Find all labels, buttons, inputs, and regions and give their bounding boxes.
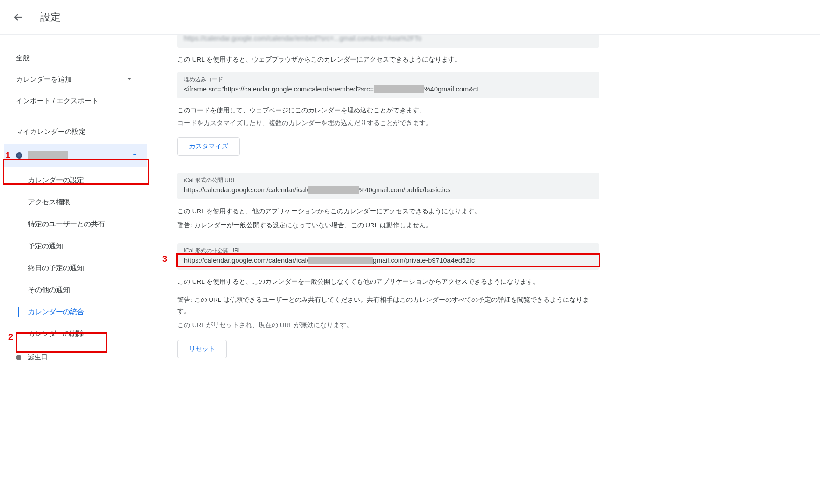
calendar-birthdays-label: 誕生日 <box>28 353 48 362</box>
nav-import-export[interactable]: インポート / エクスポート <box>0 91 149 112</box>
section-my-calendars-label: マイカレンダーの設定 <box>0 112 149 141</box>
calendar-color-dot <box>16 355 21 360</box>
chevron-down-icon <box>125 75 133 84</box>
settings-main: https://calendar.google.com/calendar/emb… <box>149 35 607 377</box>
nav-import-export-label: インポート / エクスポート <box>16 97 98 105</box>
ical-secret-value: https://calendar.google.com/calendar/ica… <box>184 257 593 264</box>
embed-note-1: このコードを使用して、ウェブページにこのカレンダーを埋め込むことができます。 <box>177 105 599 116</box>
subnav-allday-notifications[interactable]: 終日の予定の通知 <box>0 257 149 279</box>
settings-header: 設定 <box>0 0 820 35</box>
subnav-access-permissions[interactable]: アクセス権限 <box>0 191 149 213</box>
subnav-integrate-calendar[interactable]: カレンダーの統合 <box>0 301 149 323</box>
ical-secret-box[interactable]: iCal 形式の非公開 URL https://calendar.google.… <box>177 243 599 270</box>
calendar-row-birthdays[interactable]: 誕生日 <box>0 345 149 366</box>
embed-note-2: コードをカスタマイズしたり、複数のカレンダーを埋め込んだりすることができます。 <box>177 118 599 129</box>
annotation-3: 3 <box>162 254 167 264</box>
settings-sidebar: 全般 カレンダーを追加 インポート / エクスポート マイカレンダーの設定 1 … <box>0 35 149 377</box>
embed-code-label: 埋め込みコード <box>184 76 593 84</box>
ical-secret-note-3: この URL がリセットされ、現在の URL が無効になります。 <box>177 320 599 331</box>
calendar-name-redacted <box>28 151 68 159</box>
ical-secret-label: iCal 形式の非公開 URL <box>184 247 593 255</box>
ical-secret-note-2: 警告: この URL は信頼できるユーザーとのみ共有してください。共有相手はこの… <box>177 294 599 317</box>
redacted-mask <box>374 85 424 93</box>
nav-add-calendar-label: カレンダーを追加 <box>16 75 72 84</box>
ical-public-label: iCal 形式の公開 URL <box>184 176 593 184</box>
nav-add-calendar[interactable]: カレンダーを追加 <box>0 69 149 91</box>
subnav-share-with-users[interactable]: 特定のユーザーとの共有 <box>0 213 149 235</box>
redacted-mask <box>308 257 373 264</box>
ical-public-note-2: 警告: カレンダーが一般公開する設定になっていない場合、この URL は動作しま… <box>177 220 599 231</box>
page-title: 設定 <box>40 10 61 24</box>
reset-button[interactable]: リセット <box>177 340 227 358</box>
redacted-mask <box>308 186 359 194</box>
calendar-row-primary[interactable] <box>4 144 147 167</box>
nav-general-label: 全般 <box>16 54 30 63</box>
ical-public-note-1: この URL を使用すると、他のアプリケーションからこのカレンダーにアクセスでき… <box>177 206 599 217</box>
public-url-note: この URL を使用すると、ウェブブラウザからこのカレンダーにアクセスできるよう… <box>177 54 599 65</box>
ical-public-value: https://calendar.google.com/calendar/ica… <box>184 186 593 194</box>
calendar-subnav: カレンダーの設定 アクセス権限 特定のユーザーとの共有 予定の通知 終日の予定の… <box>0 167 149 345</box>
embed-code-box[interactable]: 埋め込みコード <iframe src="https://calendar.go… <box>177 72 599 98</box>
nav-general[interactable]: 全般 <box>0 48 149 69</box>
customize-button[interactable]: カスタマイズ <box>177 137 240 156</box>
subnav-delete-calendar[interactable]: カレンダーの削除 <box>0 323 149 345</box>
embed-code-value: <iframe src="https://calendar.google.com… <box>184 85 593 93</box>
calendar-color-dot <box>16 152 22 159</box>
public-url-box[interactable]: https://calendar.google.com/calendar/emb… <box>177 35 599 48</box>
ical-secret-note-1: この URL を使用すると、このカレンダーを一般公開しなくても他のアプリケーショ… <box>177 276 599 287</box>
ical-public-box[interactable]: iCal 形式の公開 URL https://calendar.google.c… <box>177 173 599 199</box>
subnav-other-notifications[interactable]: その他の通知 <box>0 279 149 301</box>
chevron-up-icon <box>131 150 139 160</box>
public-url-value: https://calendar.google.com/calendar/emb… <box>184 35 593 42</box>
back-icon[interactable] <box>13 12 24 23</box>
subnav-event-notifications[interactable]: 予定の通知 <box>0 235 149 257</box>
subnav-calendar-settings[interactable]: カレンダーの設定 <box>0 169 149 191</box>
